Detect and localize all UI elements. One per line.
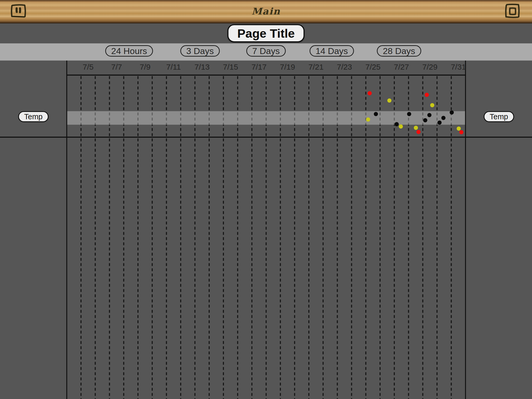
x-tick-label: 7/27 xyxy=(394,63,409,71)
data-point-black xyxy=(423,118,427,122)
x-tick-label: 7/19 xyxy=(280,63,295,71)
x-tick-label: 7/7 xyxy=(111,63,122,71)
data-point-black xyxy=(407,112,411,116)
x-tick-label: 7/11 xyxy=(166,63,181,71)
x-tick-label: 7/29 xyxy=(422,63,437,71)
x-tick-label: 7/17 xyxy=(251,63,267,71)
data-point-red xyxy=(368,91,372,95)
data-point-red xyxy=(459,130,463,134)
temp-label-right[interactable]: Temp xyxy=(484,111,514,122)
data-point-yellow xyxy=(430,103,434,107)
x-tick-label: 7/25 xyxy=(365,63,380,71)
temp-label-left[interactable]: Temp xyxy=(18,111,49,122)
target-band xyxy=(67,111,466,125)
data-point-black xyxy=(427,113,431,117)
data-point-black xyxy=(437,121,442,125)
data-point-yellow xyxy=(457,127,461,131)
x-tick-label: 7/5 xyxy=(83,63,94,71)
data-point-yellow xyxy=(366,117,370,122)
x-tick-label: 7/13 xyxy=(195,63,210,71)
data-point-yellow xyxy=(414,126,418,130)
temp-scatter-chart: 7/57/77/97/117/137/157/177/197/217/237/2… xyxy=(0,0,532,399)
data-point-black xyxy=(374,112,378,116)
data-point-red xyxy=(425,93,429,97)
data-point-red xyxy=(416,130,421,134)
data-point-yellow xyxy=(399,124,403,129)
x-tick-label: 7/15 xyxy=(223,63,238,71)
data-point-black xyxy=(450,110,454,115)
data-point-black xyxy=(441,116,445,120)
x-tick-label: 7/31 xyxy=(451,63,466,71)
x-tick-label: 7/9 xyxy=(140,63,151,71)
x-tick-label: 7/21 xyxy=(308,63,323,71)
app-window: Main Page Title 24 Hours 3 Days 7 Days 1… xyxy=(0,0,532,399)
data-point-black xyxy=(395,122,399,126)
x-tick-label: 7/23 xyxy=(337,63,352,71)
data-point-yellow xyxy=(387,98,391,103)
